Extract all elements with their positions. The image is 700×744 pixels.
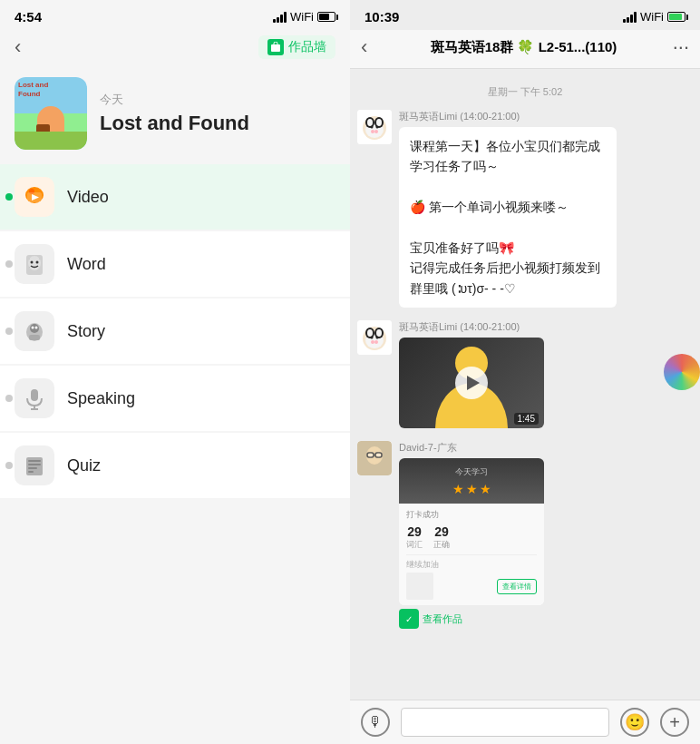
card-body: 打卡成功 29 词汇 29 正确 继续加油 [399, 504, 544, 605]
menu-item-quiz[interactable]: Quiz [0, 433, 350, 498]
chat-message-2: 斑马英语Limi (14:00-21:00) 1:45 [357, 320, 693, 428]
svg-point-41 [367, 329, 373, 337]
right-panel: 10:39 WiFi ‹ 斑马英语18群 🍀 L2-51...(110) ···… [350, 0, 700, 744]
vocab-val: 29 [406, 524, 423, 539]
svg-point-10 [31, 261, 34, 264]
right-time: 10:39 [365, 9, 399, 24]
david-avatar [357, 441, 392, 475]
play-button[interactable] [455, 367, 488, 399]
svg-point-32 [371, 130, 374, 133]
video-icon [15, 177, 54, 217]
correct-label: 正确 [433, 539, 450, 551]
limi-message-content-2: 斑马英语Limi (14:00-21:00) 1:45 [399, 320, 693, 428]
svg-point-15 [32, 327, 34, 329]
story-label: Story [67, 322, 105, 341]
svg-point-42 [376, 329, 382, 337]
portfolio-label: 作品墙 [288, 39, 326, 55]
color-wheel[interactable] [664, 354, 700, 390]
star-2: ★ [466, 482, 478, 496]
voice-button[interactable]: 🎙 [361, 708, 390, 737]
vocab-count: 29 词汇 [406, 524, 423, 551]
svg-point-43 [371, 340, 374, 344]
score-card[interactable]: 今天学习 ★ ★ ★ 打卡成功 29 [399, 458, 544, 605]
left-panel: 4:54 WiFi ‹ 作品墙 [0, 0, 350, 744]
speaking-label: Speaking [67, 389, 135, 408]
wifi-icon: WiFi [290, 10, 314, 24]
video-thumbnail[interactable]: 1:45 [399, 338, 544, 428]
book-meta: 今天 Lost and Found [100, 92, 249, 135]
voice-icon: 🎙 [368, 714, 383, 730]
play-triangle-icon [467, 376, 480, 390]
svg-point-46 [376, 337, 379, 339]
svg-point-33 [374, 130, 378, 133]
svg-point-34 [371, 126, 374, 129]
right-wifi-icon: WiFi [640, 10, 664, 24]
plus-icon: + [669, 712, 680, 733]
limi-bubble-1: 课程第一天】各位小宝贝们都完成学习任务了吗～ 🍎 第一个单词小视频来喽～ 宝贝准… [399, 127, 617, 308]
svg-rect-23 [28, 467, 37, 469]
svg-point-44 [374, 340, 378, 344]
svg-rect-22 [28, 464, 41, 465]
limi-sender-1: 斑马英语Limi (14:00-21:00) [399, 110, 693, 123]
svg-point-16 [35, 327, 38, 329]
story-icon [15, 311, 54, 351]
star-1: ★ [452, 482, 464, 496]
menu-item-story[interactable]: Story [0, 299, 350, 364]
chat-area: 星期一 下午 5:02 [350, 69, 700, 700]
chat-message-3: David-7-广东 今天学习 ★ ★ ★ 打卡成功 [357, 441, 693, 629]
emoji-button[interactable]: 🙂 [620, 708, 649, 737]
emoji-icon: 🙂 [625, 712, 645, 732]
svg-rect-24 [28, 471, 34, 473]
card-header: 今天学习 ★ ★ ★ [399, 458, 544, 504]
svg-rect-0 [271, 44, 280, 52]
video-dot [5, 193, 13, 201]
limi-sender-2: 斑马英语Limi (14:00-21:00) [399, 320, 693, 334]
menu-item-speaking[interactable]: Speaking [0, 366, 350, 431]
right-status-icons: WiFi [623, 10, 685, 24]
portfolio-button[interactable]: 作品墙 [258, 35, 335, 59]
limi-avatar-2 [357, 320, 392, 355]
right-more-button[interactable]: ··· [673, 35, 689, 59]
card-cta-label: 查看作品 [423, 612, 462, 626]
chat-message-1: 斑马英语Limi (14:00-21:00) 课程第一天】各位小宝贝们都完成学习… [357, 110, 693, 308]
svg-point-52 [368, 454, 373, 457]
right-back-button[interactable]: ‹ [361, 35, 367, 59]
signal-icon [273, 12, 287, 23]
svg-rect-21 [28, 460, 41, 462]
chat-input[interactable] [401, 708, 609, 737]
david-sender: David-7-广东 [399, 441, 693, 455]
correct-val: 29 [433, 524, 450, 539]
battery-icon [317, 12, 335, 22]
svg-point-31 [376, 119, 382, 126]
svg-point-53 [376, 454, 381, 457]
right-signal-icon [623, 12, 637, 23]
menu-item-word[interactable]: Word [0, 231, 350, 297]
vocab-label: 词汇 [406, 539, 423, 551]
svg-point-45 [371, 337, 374, 339]
svg-rect-17 [31, 389, 38, 401]
back-button[interactable]: ‹ [15, 35, 21, 59]
svg-point-30 [367, 119, 373, 126]
chat-timestamp: 星期一 下午 5:02 [357, 85, 693, 99]
word-label: Word [67, 255, 106, 274]
word-dot [5, 260, 13, 268]
left-header: ‹ 作品墙 [0, 30, 350, 68]
limi-avatar-1 [357, 110, 392, 144]
right-header: ‹ 斑马英语18群 🍀 L2-51...(110) ··· [350, 30, 700, 69]
david-message-content: David-7-广东 今天学习 ★ ★ ★ 打卡成功 [399, 441, 693, 629]
menu-list: Video Word [0, 164, 350, 744]
book-info: Lost andFound 今天 Lost and Found [0, 68, 350, 164]
story-dot [5, 328, 13, 335]
portfolio-icon [267, 39, 284, 55]
word-icon [15, 244, 54, 284]
add-button[interactable]: + [660, 708, 689, 737]
book-date: 今天 [100, 92, 249, 108]
chat-bottom-bar: 🎙 🙂 + [350, 700, 700, 744]
left-status-icons: WiFi [273, 10, 335, 24]
menu-item-video[interactable]: Video [0, 164, 350, 230]
right-chat-title: 斑马英语18群 🍀 L2-51...(110) [374, 39, 672, 56]
star-3: ★ [480, 482, 491, 496]
book-title: Lost and Found [100, 112, 249, 135]
quiz-label: Quiz [67, 456, 101, 475]
left-status-bar: 4:54 WiFi [0, 0, 350, 30]
